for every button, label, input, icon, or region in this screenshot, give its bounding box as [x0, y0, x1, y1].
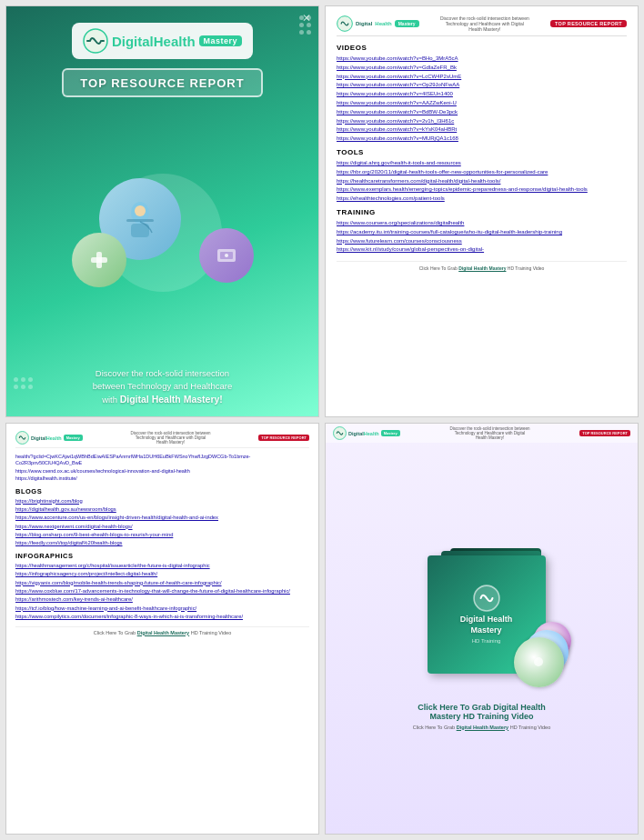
- product-disc-1: [514, 637, 564, 687]
- video-link[interactable]: https://www.youtube.com/watch?v=BdBW-De3…: [337, 109, 458, 115]
- resources-panel: DigitalHealth Mastery Discover the rock-…: [325, 5, 639, 417]
- infographic-link[interactable]: https://www.coxblue.com/17-advancements-…: [15, 588, 290, 594]
- blogs-section: BLOGS https://brightinsight.com/blog htt…: [15, 487, 309, 547]
- video-link[interactable]: https://www.youtube.com/watch?v=4ISEUn14…: [337, 91, 453, 96]
- list-item: https://www.youtube.com/watch?v=kYsK04aH…: [337, 126, 627, 134]
- cont-link[interactable]: https://digitalhealth.institute/: [15, 475, 77, 481]
- blog-link[interactable]: https://www.accenture.com/us-en/blogs/in…: [15, 515, 218, 520]
- list-item: https://www.youtube.com/watch?v=BdBW-De3…: [337, 109, 627, 116]
- caption-line2: between Technology and Healthcare: [93, 381, 233, 391]
- training-cont-list: health/?gclid=CjwKCAjwi1qWBhBdEiwAlESPaA…: [15, 454, 309, 483]
- svg-rect-1: [86, 40, 90, 42]
- training-link[interactable]: https://www.futurelearn.com/courses/cons…: [337, 238, 462, 244]
- infographics-section: INFOGRAPHICS https://healthmanagement.or…: [15, 552, 309, 621]
- tool-link[interactable]: https://www.exemplars.health/emerging-to…: [337, 186, 588, 192]
- infographics-title: INFOGRAPHICS: [15, 552, 309, 560]
- cont-link[interactable]: health/?gclid=CjwKCAjwi1qWBhBdEiwAlESPaA…: [15, 454, 250, 465]
- dh-logo-icon: [83, 28, 108, 54]
- blog-link[interactable]: https://blog.onsharp.com/9-best-ehealth-…: [15, 532, 173, 537]
- product-logo: DigitalHealth Mastery: [333, 426, 400, 440]
- photo-circle-sm2: [199, 228, 254, 283]
- tool-link[interactable]: https://healthcaretransformers.com/digit…: [337, 178, 500, 184]
- video-link[interactable]: https://www.youtube.com/watch?v=AAZZwKen…: [337, 100, 457, 105]
- more-resources-footer-cta[interactable]: Click Here To Grab Digital Health Master…: [15, 626, 309, 635]
- list-item: https://www.youtube.com/watch?v=LcCW4P2s…: [337, 74, 627, 81]
- tools-title: TOOLS: [337, 148, 627, 156]
- product-logo-icon-main: [473, 585, 500, 612]
- product-header-caption: Discover the rock-solid intersection bet…: [449, 426, 531, 440]
- cover-title-box: TOP RESOURCE REPORT: [62, 68, 262, 97]
- list-item: https://www.csend.ox.ac.uk/courses/techn…: [15, 468, 309, 475]
- infographic-link[interactable]: https://healthmanagement.org/c/hospital/…: [15, 563, 210, 568]
- caption-brand: Digital Health Mastery!: [120, 394, 223, 405]
- training-link[interactable]: https://academy.itu.int/training-courses…: [337, 229, 562, 235]
- decor-dot: [21, 385, 25, 389]
- product-box-logo: Digital Health Mastery: [460, 615, 513, 635]
- video-link[interactable]: https://www.youtube.com/watch?v=MURjQA1c…: [337, 135, 458, 141]
- tool-link[interactable]: https://digital.ahrq.gov/health-it-tools…: [337, 160, 461, 165]
- video-link[interactable]: https://www.youtube.com/watch?v=BHo_3MrA…: [337, 55, 458, 61]
- product-box-sub: HD Training: [472, 638, 501, 644]
- svg-point-6: [135, 205, 146, 216]
- blog-link[interactable]: https://digitalhealth.gov.au/newsroom/bl…: [15, 506, 116, 512]
- caption-line1: Discover the rock-solid intersection: [96, 368, 229, 378]
- blogs-list: https://brightinsight.com/blog https://d…: [15, 498, 309, 547]
- cover-title: TOP RESOURCE REPORT: [80, 76, 244, 90]
- logo-mastery-badge: Mastery: [199, 35, 243, 46]
- list-item: https://www.compilytics.com/document/inf…: [15, 614, 309, 621]
- list-item: https://www.accenture.com/us-en/blogs/in…: [15, 515, 309, 522]
- more-mastery-badge: Mastery: [64, 435, 83, 441]
- more-resources-panel: DigitalHealth Mastery Discover the rock-…: [5, 423, 319, 835]
- video-link[interactable]: https://www.youtube.com/watch?v=2v1h_I3H…: [337, 118, 454, 124]
- blog-link[interactable]: https://feedly.com/i/top/digital%20healt…: [15, 540, 123, 545]
- list-item: https://www.youtube.com/watch?v=BHo_3MrA…: [337, 55, 627, 63]
- product-logo-icon: [333, 426, 347, 440]
- product-cta[interactable]: Click Here To Grab Digital Health Master…: [418, 703, 545, 721]
- list-item: https://www.youtube.com/watch?v=Op29JoNF…: [337, 82, 627, 89]
- decor-dot: [28, 377, 33, 382]
- training-link[interactable]: https://www.coursera.org/specializations…: [337, 220, 464, 225]
- infographic-link[interactable]: https://tcf.io/blog/how-machine-learning…: [15, 605, 196, 611]
- decor-dot: [28, 385, 33, 389]
- tool-link[interactable]: https://ehealthtechnologies.com/patient-…: [337, 195, 445, 201]
- list-item: https://www.exemplars.health/emerging-to…: [337, 186, 627, 194]
- more-logo-icon: [15, 431, 29, 445]
- video-link[interactable]: https://www.youtube.com/watch?v=GdlaZeFR…: [337, 65, 457, 70]
- video-link[interactable]: https://www.youtube.com/watch?v=LcCW4P2s…: [337, 74, 461, 79]
- digital-icon: [213, 242, 240, 269]
- list-item: https://healthmanagement.org/c/hospital/…: [15, 563, 309, 570]
- product-subtitle: Mastery: [470, 625, 501, 635]
- caption-line3: with: [102, 395, 117, 405]
- blog-link[interactable]: https://www.nextgenivent.com/digital-hea…: [15, 524, 133, 529]
- product-header: DigitalHealth Mastery Discover the rock-…: [326, 424, 638, 443]
- infographic-link[interactable]: https://arithmostech.com/key-trends-ai-h…: [15, 596, 133, 602]
- list-item: https://digitalhealth.gov.au/newsroom/bl…: [15, 506, 309, 514]
- svg-rect-2: [101, 40, 105, 42]
- training-section: TRAINING https://www.coursera.org/specia…: [337, 208, 627, 254]
- product-mastery-badge: Mastery: [381, 430, 400, 436]
- videos-list: https://www.youtube.com/watch?v=BHo_3MrA…: [337, 55, 627, 143]
- list-item: https://www.youtube.com/watch?v=4ISEUn14…: [337, 91, 627, 98]
- list-item: health/?gclid=CjwKCAjwi1qWBhBdEiwAlESPaA…: [15, 454, 309, 466]
- infographic-link[interactable]: https://infographicsagency.com/project/i…: [15, 571, 157, 576]
- list-item: https://www.youtube.com/watch?v=AAZZwKen…: [337, 100, 627, 107]
- list-item: https://www.futurelearn.com/courses/cons…: [337, 238, 627, 245]
- blog-link[interactable]: https://brightinsight.com/blog: [15, 498, 83, 504]
- training-link[interactable]: https://www.kit.nl/study/course/global-p…: [337, 246, 484, 252]
- svg-point-11: [225, 254, 228, 257]
- close-icon[interactable]: ✕: [302, 12, 311, 25]
- infographic-link[interactable]: https://vigyanix.com/blog/mobile-health-…: [15, 580, 222, 585]
- svg-rect-8: [91, 257, 107, 263]
- product-panel: DigitalHealth Mastery Discover the rock-…: [325, 423, 639, 835]
- product-title: Digital Health: [460, 615, 513, 624]
- resources-footer-cta[interactable]: Click Here To Grab Digital Health Master…: [337, 261, 627, 271]
- cont-link[interactable]: https://www.csend.ox.ac.uk/courses/techn…: [15, 468, 190, 474]
- decor-dot: [14, 377, 18, 382]
- video-link[interactable]: https://www.youtube.com/watch?v=Op29JoNF…: [337, 82, 459, 87]
- product-footer-link[interactable]: Digital Health Mastery: [457, 725, 508, 730]
- video-link[interactable]: https://www.youtube.com/watch?v=kYsK04aH…: [337, 126, 457, 132]
- infographic-link[interactable]: https://www.compilytics.com/document/inf…: [15, 614, 243, 619]
- product-top-badge: TOP RESOURCE REPORT: [579, 430, 630, 436]
- list-item: https://www.coxblue.com/17-advancements-…: [15, 588, 309, 595]
- tool-link[interactable]: https://hbr.org/2020/11/digital-health-t…: [337, 169, 548, 175]
